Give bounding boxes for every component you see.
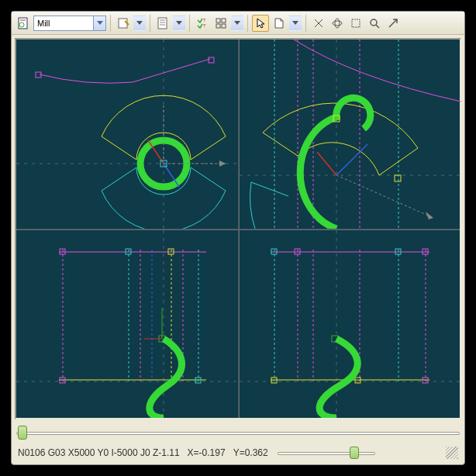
timeline-slider[interactable] (15, 424, 461, 441)
svg-marker-47 (426, 212, 433, 219)
app-window: Mill TT (11, 11, 465, 465)
svg-rect-3 (119, 19, 127, 28)
svg-line-27 (389, 19, 397, 27)
svg-rect-24 (352, 19, 360, 27)
svg-rect-15 (216, 24, 220, 28)
svg-marker-5 (136, 21, 143, 25)
x-coordinate: X=-0.197 (188, 447, 226, 458)
separator (189, 15, 190, 32)
slider-track (16, 432, 460, 435)
slider-thumb[interactable] (18, 426, 27, 440)
grid-icon[interactable] (212, 15, 229, 32)
svg-line-26 (376, 25, 379, 28)
page-dropdown-icon[interactable] (289, 16, 302, 31)
dropdown-button[interactable] (94, 16, 106, 31)
slider-thumb[interactable] (350, 447, 359, 459)
svg-marker-34 (219, 160, 226, 167)
separator (150, 15, 150, 32)
document-icon[interactable] (15, 15, 32, 32)
svg-point-22 (333, 21, 342, 26)
svg-rect-6 (158, 18, 167, 29)
gcode-readout: N0106 G03 X5000 Y0 I-5000 J0 Z-1.11 (18, 447, 180, 458)
viewport-area[interactable] (15, 38, 461, 419)
separator (110, 15, 111, 32)
viewport-bottom-right[interactable] (240, 230, 461, 418)
machine-dropdown[interactable]: Mill (33, 16, 106, 31)
y-coordinate: Y=0.362 (233, 447, 268, 458)
svg-rect-30 (209, 57, 214, 63)
rotate-3d-icon[interactable] (329, 15, 346, 32)
svg-rect-13 (216, 19, 220, 22)
list-doc-icon[interactable] (154, 15, 171, 32)
speed-slider[interactable] (276, 446, 377, 460)
list-dropdown-icon[interactable] (173, 16, 185, 31)
crosshair-icon[interactable] (310, 15, 327, 32)
checklist-icon[interactable]: TT (194, 15, 211, 32)
slider-track (278, 452, 375, 455)
select-box-icon[interactable] (347, 15, 364, 32)
svg-marker-18 (257, 19, 264, 28)
viewport-top-left[interactable] (16, 40, 238, 229)
svg-marker-19 (292, 21, 298, 25)
page-icon[interactable] (271, 15, 288, 32)
resize-grip[interactable] (446, 447, 458, 459)
svg-text:T: T (203, 18, 206, 22)
separator (247, 15, 248, 32)
pointer-icon[interactable] (252, 15, 269, 32)
svg-marker-10 (176, 21, 182, 25)
edit-dropdown-icon[interactable] (133, 16, 146, 31)
svg-point-25 (371, 19, 377, 26)
viewport-bottom-left[interactable] (16, 230, 238, 418)
separator (305, 15, 306, 32)
zoom-icon[interactable] (366, 15, 383, 32)
edit-block-icon[interactable] (115, 15, 132, 32)
svg-line-49 (317, 152, 336, 175)
svg-point-23 (335, 19, 340, 28)
status-bar: N0106 G03 X5000 Y0 I-5000 J0 Z-1.11 X=-0… (15, 444, 461, 461)
main-toolbar: Mill TT (12, 12, 464, 35)
svg-rect-14 (222, 19, 226, 22)
machine-dropdown-field[interactable]: Mill (33, 16, 94, 31)
viewport-divider-h[interactable] (16, 229, 460, 230)
svg-line-46 (336, 175, 433, 218)
svg-text:T: T (203, 23, 206, 28)
svg-rect-50 (395, 175, 401, 181)
expand-icon[interactable] (385, 15, 402, 32)
svg-line-48 (336, 144, 367, 175)
svg-rect-16 (222, 24, 226, 28)
svg-marker-17 (234, 21, 240, 25)
grid-dropdown-icon[interactable] (231, 16, 243, 31)
viewport-top-right[interactable] (240, 40, 461, 229)
svg-marker-2 (97, 21, 103, 25)
